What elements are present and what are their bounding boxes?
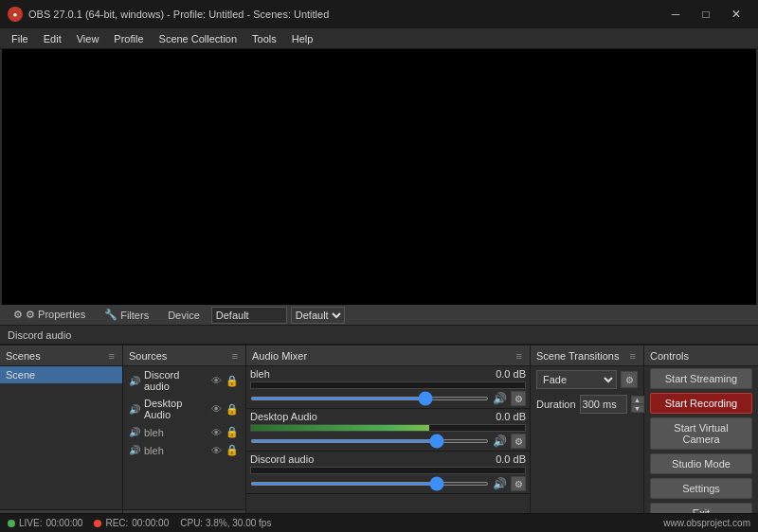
controls-header: Controls — [644, 346, 758, 366]
menu-tools[interactable]: Tools — [244, 31, 284, 46]
source-actions-1: 👁 🔒 — [210, 403, 240, 416]
rec-status: REC: 00:00:00 — [94, 518, 169, 528]
filters-tab[interactable]: 🔧 Filters — [97, 307, 156, 323]
source-item-3[interactable]: 🔊 bleh 👁 🔒 — [123, 441, 245, 459]
sources-list: 🔊 Discord audio 👁 🔒 🔊 Desktop Audio 👁 🔒 — [123, 366, 245, 509]
live-label: LIVE: — [19, 518, 42, 528]
properties-tab[interactable]: ⚙ ⚙ Properties — [6, 307, 93, 323]
source-lock-btn-2[interactable]: 🔒 — [225, 426, 240, 438]
start-streaming-button[interactable]: Start Streaming — [650, 368, 752, 389]
transition-type-row: Fade Cut ⚙ — [531, 366, 643, 393]
mute-btn-discord[interactable]: 🔊 — [493, 477, 507, 490]
audio-meter-desktop — [250, 424, 526, 432]
cpu-status: CPU: 3.8%, 30.00 fps — [180, 518, 271, 528]
live-indicator — [8, 520, 15, 527]
discord-label-bar: Discord audio — [0, 326, 758, 345]
source-name-2: bleh — [144, 427, 207, 438]
audio-mixer-config-btn[interactable]: ≡ — [514, 350, 524, 362]
volume-slider-desktop[interactable] — [250, 439, 489, 443]
panels: Scenes ≡ Scene + − ↑ ↓ Sources ≡ 🔊 — [0, 345, 758, 532]
sources-panel: Sources ≡ 🔊 Discord audio 👁 🔒 🔊 Desktop … — [123, 346, 246, 532]
mute-btn-desktop[interactable]: 🔊 — [493, 434, 507, 448]
rec-indicator — [94, 520, 101, 527]
duration-down-btn[interactable]: ▼ — [631, 404, 644, 413]
duration-up-btn[interactable]: ▲ — [631, 396, 644, 404]
audio-channel-desktop-header: Desktop Audio 0.0 dB — [250, 411, 526, 422]
live-time: 00:00:00 — [45, 518, 82, 528]
scenes-panel-header: Scenes ≡ — [0, 346, 122, 366]
audio-controls-bleh: 🔊 ⚙ — [250, 391, 526, 406]
start-virtual-camera-button[interactable]: Start Virtual Camera — [650, 417, 752, 450]
preview-canvas — [2, 49, 756, 305]
menu-file[interactable]: File — [4, 31, 36, 46]
status-bar: LIVE: 00:00:00 REC: 00:00:00 CPU: 3.8%, … — [0, 513, 758, 532]
audio-gear-desktop[interactable]: ⚙ — [511, 434, 526, 449]
device-input[interactable] — [211, 307, 287, 324]
device-dropdown[interactable]: Default — [291, 307, 345, 324]
source-lock-btn-0[interactable]: 🔒 — [225, 375, 240, 387]
maximize-button[interactable]: □ — [692, 5, 720, 24]
settings-button[interactable]: Settings — [650, 478, 752, 499]
controls-panel: Controls Start Streaming Start Recording… — [644, 346, 758, 532]
device-tab[interactable]: Device — [160, 308, 208, 323]
menu-view[interactable]: View — [69, 31, 107, 46]
menu-profile[interactable]: Profile — [106, 31, 151, 46]
source-eye-btn-3[interactable]: 👁 — [210, 444, 223, 456]
close-button[interactable]: ✕ — [722, 5, 750, 24]
sources-title: Sources — [129, 350, 167, 362]
audio-channel-bleh: bleh 0.0 dB 🔊 ⚙ — [246, 366, 530, 409]
start-recording-button[interactable]: Start Recording — [650, 393, 752, 414]
cpu-label: CPU: 3.8%, 30.00 fps — [180, 518, 271, 528]
audio-icon-0: 🔊 — [129, 376, 140, 386]
scenes-config-btn[interactable]: ≡ — [107, 350, 117, 362]
source-name-3: bleh — [144, 445, 207, 456]
transition-type-select[interactable]: Fade Cut — [536, 370, 617, 389]
studio-mode-button[interactable]: Studio Mode — [650, 453, 752, 474]
menu-help[interactable]: Help — [284, 31, 321, 46]
controls-title: Controls — [650, 350, 689, 362]
rec-label: REC: — [105, 518, 128, 528]
title-bar-left: ● OBS 27.0.1 (64-bit, windows) - Profile… — [8, 7, 329, 22]
sources-config-btn[interactable]: ≡ — [230, 350, 240, 362]
source-item-2[interactable]: 🔊 bleh 👁 🔒 — [123, 423, 245, 441]
audio-mixer-header: Audio Mixer ≡ — [246, 346, 530, 366]
audio-channel-bleh-db: 0.0 dB — [496, 368, 526, 380]
source-item-0[interactable]: 🔊 Discord audio 👁 🔒 — [123, 366, 245, 395]
audio-gear-bleh[interactable]: ⚙ — [511, 391, 526, 406]
audio-meter-desktop-cover — [429, 425, 525, 431]
source-name-1: Desktop Audio — [144, 398, 207, 420]
scene-item-0[interactable]: Scene — [0, 366, 122, 383]
duration-input[interactable] — [580, 395, 627, 414]
source-eye-btn-2[interactable]: 👁 — [210, 426, 223, 438]
source-lock-btn-1[interactable]: 🔒 — [225, 403, 240, 416]
source-eye-btn-1[interactable]: 👁 — [210, 403, 223, 416]
source-actions-0: 👁 🔒 — [210, 375, 240, 387]
menu-edit[interactable]: Edit — [36, 31, 69, 46]
app-window: ● OBS 27.0.1 (64-bit, windows) - Profile… — [0, 0, 758, 532]
source-lock-btn-3[interactable]: 🔒 — [225, 444, 240, 456]
rec-time: 00:00:00 — [132, 518, 169, 528]
watermark-text: www.obsproject.com — [663, 518, 750, 528]
transitions-title: Scene Transitions — [536, 350, 619, 362]
source-item-1[interactable]: 🔊 Desktop Audio 👁 🔒 — [123, 395, 245, 423]
menu-scene-collection[interactable]: Scene Collection — [152, 31, 245, 46]
minimize-button[interactable]: ─ — [661, 5, 690, 24]
scenes-list: Scene — [0, 366, 122, 509]
transitions-panel: Scene Transitions ≡ Fade Cut ⚙ Duration … — [531, 346, 644, 532]
duration-arrows: ▲ ▼ — [631, 396, 644, 413]
selected-source-label: Discord audio — [8, 329, 71, 341]
audio-controls-desktop: 🔊 ⚙ — [250, 434, 526, 449]
audio-channel-desktop-db: 0.0 dB — [496, 411, 526, 422]
volume-slider-discord[interactable] — [250, 482, 489, 486]
watermark: www.obsproject.com — [663, 518, 750, 528]
source-eye-btn-0[interactable]: 👁 — [210, 375, 223, 387]
mute-btn-bleh[interactable]: 🔊 — [493, 392, 507, 405]
sources-panel-header: Sources ≡ — [123, 346, 245, 366]
transitions-config-btn[interactable]: ≡ — [628, 350, 638, 362]
transition-gear-btn[interactable]: ⚙ — [621, 371, 638, 388]
volume-slider-bleh[interactable] — [250, 397, 489, 400]
properties-bar: ⚙ ⚙ Properties 🔧 Filters Device Default — [0, 305, 758, 326]
audio-gear-discord[interactable]: ⚙ — [511, 476, 526, 491]
audio-channel-bleh-header: bleh 0.0 dB — [250, 368, 526, 380]
title-text: OBS 27.0.1 (64-bit, windows) - Profile: … — [28, 9, 329, 20]
